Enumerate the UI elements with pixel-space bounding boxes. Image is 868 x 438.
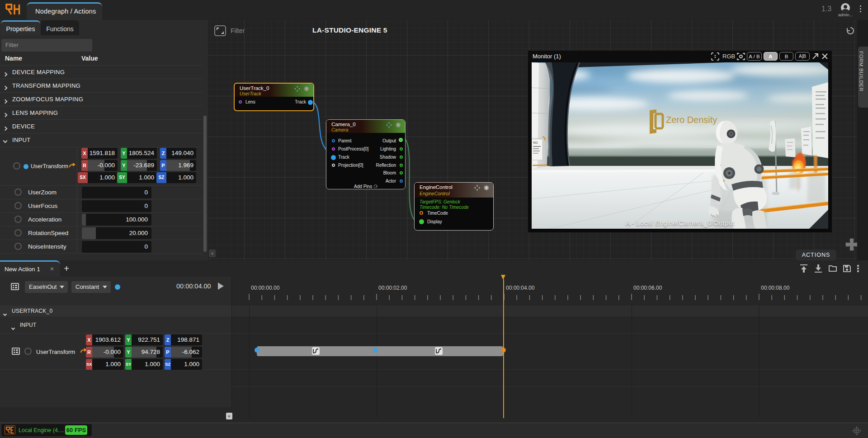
svg-text:NG: NG: [533, 141, 538, 144]
svg-text:Zero Density: Zero Density: [666, 115, 717, 125]
